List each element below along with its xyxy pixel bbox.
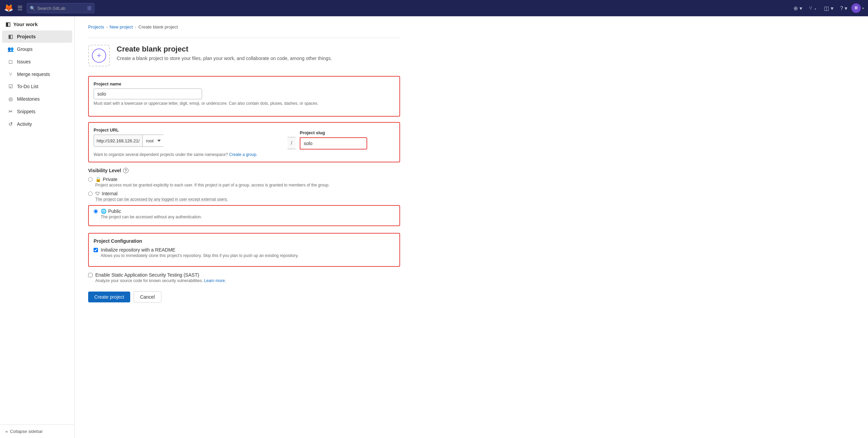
visibility-public-label: 🌐 Public bbox=[101, 208, 202, 214]
sidebar-item-merge-requests[interactable]: ⑂ Merge requests bbox=[2, 68, 72, 80]
groups-icon: 👥 bbox=[7, 46, 14, 52]
config-title: Project Configuration bbox=[94, 238, 395, 244]
url-slug-row: Project URL http://192.168.126.21/ root … bbox=[94, 127, 395, 150]
sidebar-item-label: Snippets bbox=[17, 109, 35, 114]
breadcrumb-sep-2: › bbox=[135, 24, 136, 29]
initialize-readme-label: Initialize repository with a README bbox=[101, 247, 298, 253]
sidebar-item-label: Activity bbox=[17, 121, 32, 127]
shield-icon: 🛡 bbox=[95, 191, 100, 196]
visibility-internal-label: 🛡 Internal bbox=[95, 191, 228, 196]
page-description: Create a blank project to store your fil… bbox=[117, 56, 332, 61]
breadcrumb: Projects › New project › Create blank pr… bbox=[88, 23, 400, 29]
project-slug-input[interactable] bbox=[300, 137, 367, 150]
sidebar-item-todo[interactable]: ☑ To-Do List bbox=[2, 80, 72, 93]
project-url-label: Project URL bbox=[94, 127, 283, 133]
visibility-help-icon[interactable]: ? bbox=[123, 168, 129, 173]
lock-icon: 🔒 bbox=[95, 177, 101, 182]
search-shortcut: / bbox=[87, 6, 92, 11]
gitlab-logo: 🦊 bbox=[4, 4, 13, 13]
visibility-public-option: 🌐 Public The project can be accessed wit… bbox=[94, 208, 395, 219]
sidebar-item-label: Groups bbox=[17, 46, 33, 52]
collapse-sidebar-button[interactable]: « Collapse sidebar bbox=[0, 424, 74, 438]
page-title: Create blank project bbox=[117, 45, 332, 54]
collapse-icon: « bbox=[5, 429, 8, 434]
project-name-label: Project name bbox=[94, 81, 395, 86]
project-icon-inner: + bbox=[92, 48, 106, 63]
sidebar-your-work: ◧ Your work bbox=[0, 16, 74, 30]
sidebar-item-label: Merge requests bbox=[17, 72, 50, 77]
form-actions: Create project Cancel bbox=[88, 291, 400, 303]
snippets-icon: ✂ bbox=[7, 108, 14, 115]
sidebar-item-projects[interactable]: ◧ Projects bbox=[2, 31, 72, 43]
breadcrumb-sep-1: › bbox=[106, 24, 107, 29]
avatar[interactable]: R bbox=[851, 3, 861, 13]
sidebar-item-issues[interactable]: ◻ Issues bbox=[2, 56, 72, 68]
project-config-section: Project Configuration Initialize reposit… bbox=[88, 233, 400, 267]
visibility-private-radio[interactable] bbox=[88, 177, 93, 182]
sidebar-navigation: ◧ Projects 👥 Groups ◻ Issues ⑂ Merge req… bbox=[0, 30, 74, 424]
sast-desc: Analyze your source code for known secur… bbox=[95, 278, 226, 283]
todo-icon: ☑ bbox=[7, 83, 14, 89]
initialize-readme-checkbox[interactable] bbox=[94, 248, 98, 252]
project-icon: + bbox=[88, 45, 110, 66]
plus-icon: + bbox=[97, 51, 101, 60]
create-group-link[interactable]: Create a group. bbox=[229, 152, 257, 157]
breadcrumb-projects[interactable]: Projects bbox=[88, 24, 104, 29]
create-project-button[interactable]: Create project bbox=[88, 292, 130, 302]
breadcrumb-current: Create blank project bbox=[138, 24, 178, 29]
help-button[interactable]: ? ▾ bbox=[837, 4, 850, 13]
sidebar-item-groups[interactable]: 👥 Groups bbox=[2, 43, 72, 55]
merge-requests-icon: ⑂ bbox=[7, 71, 14, 77]
sidebar-item-milestones[interactable]: ◎ Milestones bbox=[2, 93, 72, 105]
globe-icon: 🌐 bbox=[101, 208, 106, 214]
namespace-hint: Want to organize several dependent proje… bbox=[94, 152, 395, 157]
visibility-internal-radio[interactable] bbox=[88, 192, 93, 196]
project-url-section: Project URL http://192.168.126.21/ root … bbox=[88, 122, 400, 162]
project-name-input[interactable] bbox=[94, 88, 202, 99]
url-slash: / bbox=[288, 137, 296, 149]
visibility-private-label: 🔒 Private bbox=[95, 177, 330, 182]
visibility-internal-option: 🛡 Internal The project can be accessed b… bbox=[88, 191, 400, 202]
issues-icon[interactable]: ◫ ▾ bbox=[821, 4, 836, 13]
sidebar-item-label: Milestones bbox=[17, 96, 40, 102]
menu-icon[interactable]: ☰ bbox=[17, 4, 23, 12]
breadcrumb-divider bbox=[88, 38, 400, 38]
visibility-section: Visibility Level ? 🔒 Private Project acc… bbox=[88, 168, 400, 226]
projects-icon: ◧ bbox=[7, 34, 14, 40]
sidebar-item-snippets[interactable]: ✂ Snippets bbox=[2, 105, 72, 118]
sast-label: Enable Static Application Security Testi… bbox=[95, 272, 226, 278]
sast-option: Enable Static Application Security Testi… bbox=[88, 272, 400, 283]
sidebar: ◧ Your work ◧ Projects 👥 Groups ◻ Issues… bbox=[0, 16, 75, 438]
sidebar-item-label: To-Do List bbox=[17, 84, 38, 89]
breadcrumb-new-project[interactable]: New project bbox=[110, 24, 133, 29]
cancel-button[interactable]: Cancel bbox=[134, 291, 161, 303]
avatar-dropdown-icon[interactable]: ▾ bbox=[862, 6, 864, 10]
initialize-readme-option: Initialize repository with a README Allo… bbox=[94, 247, 395, 258]
merge-requests-icon[interactable]: ⑂ ▾ bbox=[806, 4, 820, 13]
sast-learn-more-link[interactable]: Learn more. bbox=[204, 278, 226, 283]
url-base: http://192.168.126.21/ bbox=[94, 135, 143, 147]
visibility-internal-desc: The project can be accessed by any logge… bbox=[95, 197, 228, 202]
visibility-public-radio[interactable] bbox=[94, 209, 98, 214]
project-slug-col: Project slug bbox=[300, 130, 395, 150]
sidebar-item-activity[interactable]: ↺ Activity bbox=[2, 118, 72, 130]
url-row: http://192.168.126.21/ root bbox=[94, 135, 283, 147]
topnav-actions: ⊕ ▾ ⑂ ▾ ◫ ▾ ? ▾ R ▾ bbox=[791, 3, 864, 13]
your-work-label: Your work bbox=[13, 21, 38, 27]
search-icon: 🔍 bbox=[30, 6, 35, 11]
create-button[interactable]: ⊕ ▾ bbox=[791, 4, 805, 13]
milestones-icon: ◎ bbox=[7, 96, 14, 102]
main-content: Projects › New project › Create blank pr… bbox=[75, 16, 868, 438]
search-bar[interactable]: 🔍 Search GitLab / bbox=[27, 3, 95, 13]
project-name-hint: Must start with a lowercase or uppercase… bbox=[94, 101, 395, 106]
visibility-public-section: 🌐 Public The project can be accessed wit… bbox=[88, 205, 400, 226]
visibility-private-desc: Project access must be granted explicitl… bbox=[95, 183, 330, 187]
activity-icon: ↺ bbox=[7, 121, 14, 127]
collapse-label: Collapse sidebar bbox=[10, 429, 43, 434]
initialize-readme-desc: Allows you to immediately clone this pro… bbox=[101, 253, 298, 258]
your-work-icon: ◧ bbox=[5, 21, 11, 27]
sast-checkbox[interactable] bbox=[88, 273, 93, 277]
page-header: + Create blank project Create a blank pr… bbox=[88, 45, 400, 66]
page-header-text: Create blank project Create a blank proj… bbox=[117, 45, 332, 61]
namespace-select[interactable]: root bbox=[143, 135, 163, 147]
